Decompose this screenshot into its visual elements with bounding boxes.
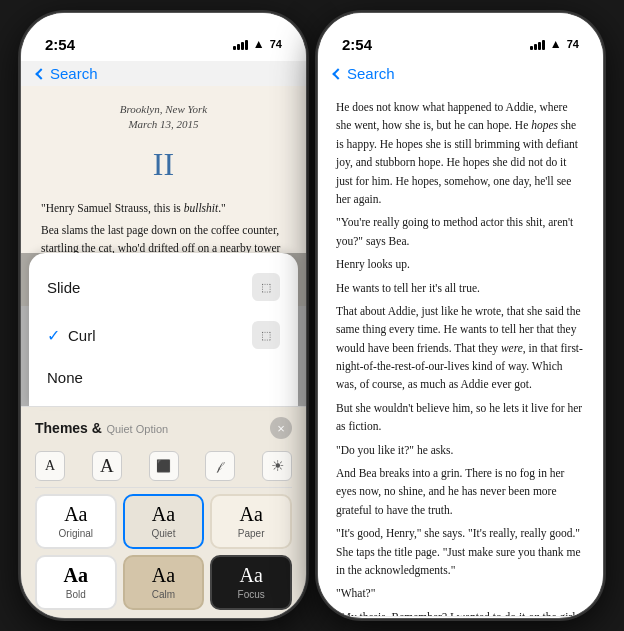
paragraph-r: "Do you like it?" he asks.: [336, 441, 585, 459]
back-button-left[interactable]: Search: [37, 65, 98, 82]
paragraph-r: "It's good, Henry," she says. "It's real…: [336, 524, 585, 579]
none-label: None: [47, 369, 83, 386]
curl-option[interactable]: ✓ Curl ⬚: [29, 311, 298, 359]
signal-icon: [233, 38, 248, 50]
theme-label-bold: Bold: [66, 589, 86, 600]
theme-aa-paper: Aa: [239, 504, 262, 524]
book-content-right: He does not know what happened to Addie,…: [318, 86, 603, 616]
theme-aa-quiet: Aa: [152, 504, 175, 524]
font-style-button[interactable]: ⬛: [149, 451, 179, 481]
nav-bar-left[interactable]: Search: [21, 61, 306, 86]
themes-title-area: Themes & Quiet Option: [35, 419, 168, 437]
page-number: 524: [318, 616, 603, 618]
checkmark-icon: ✓: [47, 326, 60, 345]
status-bar-right: 2:54 ▲ 74: [318, 13, 603, 61]
status-icons-left: ▲ 74: [233, 37, 282, 51]
battery-label: 74: [270, 38, 282, 50]
slide-label: Slide: [47, 279, 80, 296]
brightness-button[interactable]: ☀: [262, 451, 292, 481]
paragraph-r: But she wouldn't believe him, so he lets…: [336, 399, 585, 436]
close-button[interactable]: ×: [270, 417, 292, 439]
theme-aa-focus: Aa: [239, 565, 262, 585]
slide-option[interactable]: Slide ⬚: [29, 263, 298, 311]
book-header: Brooklyn, New YorkMarch 13, 2015 II: [41, 102, 286, 190]
themes-bar: Themes & Quiet Option × A A ⬛ 𝒻 ☀ Aa: [21, 406, 306, 618]
quiet-option-label: Quiet Option: [106, 423, 168, 435]
theme-calm[interactable]: Aa Calm: [123, 555, 205, 610]
font-serif-button[interactable]: 𝒻: [205, 451, 235, 481]
paragraph-r: That about Addie, just like he wrote, th…: [336, 302, 585, 394]
paragraph-r: "My thesis. Remember? I wanted to do it …: [336, 608, 585, 616]
paragraph-r: "You're really going to method actor thi…: [336, 213, 585, 250]
theme-label-quiet: Quiet: [152, 528, 176, 539]
theme-label-original: Original: [59, 528, 93, 539]
theme-original[interactable]: Aa Original: [35, 494, 117, 549]
left-phone: 2:54 ▲ 74 Search Brooklyn, New: [21, 13, 306, 618]
theme-label-paper: Paper: [238, 528, 265, 539]
wifi-icon-right: ▲: [550, 37, 562, 51]
theme-bold[interactable]: Aa Bold: [35, 555, 117, 610]
theme-aa-bold: Aa: [64, 565, 88, 585]
paragraph-r: "What?": [336, 584, 585, 602]
paragraph-r: He wants to tell her it's all true.: [336, 279, 585, 297]
theme-quiet[interactable]: Aa Quiet: [123, 494, 205, 549]
none-option[interactable]: None: [29, 359, 298, 396]
themes-header: Themes & Quiet Option ×: [35, 417, 292, 439]
back-label-right: Search: [347, 65, 395, 82]
paragraph-r: He does not know what happened to Addie,…: [336, 98, 585, 208]
font-controls: A A ⬛ 𝒻 ☀: [35, 445, 292, 488]
book-location: Brooklyn, New YorkMarch 13, 2015: [41, 102, 286, 133]
themes-title: Themes &: [35, 420, 102, 436]
theme-aa-calm: Aa: [152, 565, 175, 585]
wifi-icon: ▲: [253, 37, 265, 51]
nav-bar-right[interactable]: Search: [318, 61, 603, 86]
back-label-left: Search: [50, 65, 98, 82]
signal-icon-right: [530, 38, 545, 50]
battery-label-right: 74: [567, 38, 579, 50]
status-icons-right: ▲ 74: [530, 37, 579, 51]
curl-label: Curl: [68, 327, 252, 344]
paragraph-r: And Bea breaks into a grin. There is no …: [336, 464, 585, 519]
time-left: 2:54: [45, 36, 75, 53]
curl-icon: ⬚: [252, 321, 280, 349]
theme-aa-original: Aa: [64, 504, 87, 524]
back-button-right[interactable]: Search: [334, 65, 395, 82]
chevron-left-icon-right: [332, 68, 343, 79]
slide-menu[interactable]: Slide ⬚ ✓ Curl ⬚ None: [29, 253, 298, 406]
theme-label-focus: Focus: [238, 589, 265, 600]
status-bar-left: 2:54 ▲ 74: [21, 13, 306, 61]
chevron-left-icon: [35, 68, 46, 79]
font-small-button[interactable]: A: [35, 451, 65, 481]
theme-label-calm: Calm: [152, 589, 175, 600]
slide-icon: ⬚: [252, 273, 280, 301]
paragraph: "Henry Samuel Strauss, this is bullshit.…: [41, 200, 286, 218]
theme-focus[interactable]: Aa Focus: [210, 555, 292, 610]
time-right: 2:54: [342, 36, 372, 53]
overlay-panel: Slide ⬚ ✓ Curl ⬚ None Themes & Quiet O: [21, 253, 306, 618]
theme-paper[interactable]: Aa Paper: [210, 494, 292, 549]
right-phone: 2:54 ▲ 74 Search He does not know what: [318, 13, 603, 618]
paragraph-r: Henry looks up.: [336, 255, 585, 273]
chapter-number: II: [41, 139, 286, 190]
themes-grid: Aa Original Aa Quiet Aa Paper Aa Bold: [35, 494, 292, 610]
font-large-button[interactable]: A: [92, 451, 122, 481]
